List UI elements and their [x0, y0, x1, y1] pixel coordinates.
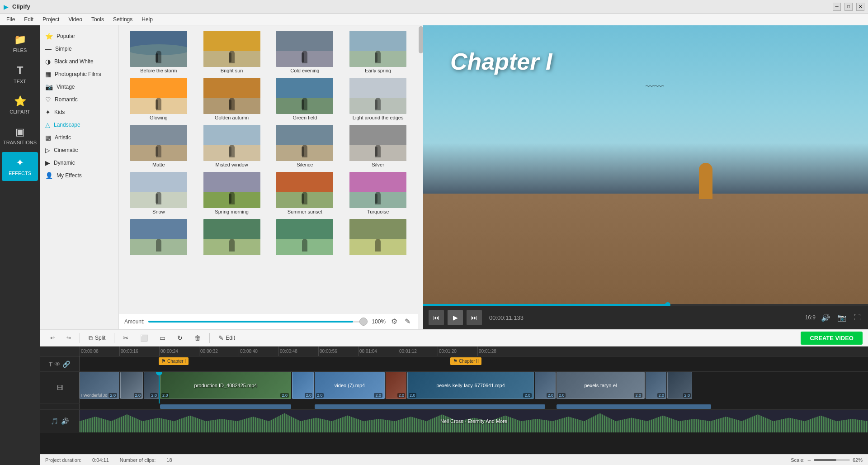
effect-glowing[interactable]: Glowing [123, 76, 195, 122]
effect-bright-sun[interactable]: Bright sun [196, 29, 268, 75]
effect-silence[interactable]: Silence [269, 123, 341, 169]
restore-button[interactable]: □ [844, 3, 853, 11]
preview-landscape [423, 194, 868, 306]
category-photo[interactable]: ▦ Photographic Films [40, 68, 118, 81]
clip-sky-small[interactable]: 2.0 [292, 372, 314, 399]
amount-slider-thumb[interactable] [359, 318, 368, 326]
undo-button[interactable]: ↩ [45, 332, 60, 343]
category-myeffects[interactable]: 👤 My Effects [40, 169, 118, 182]
effect-golden-autumn[interactable]: Golden autumn [196, 76, 268, 122]
amount-settings-btn[interactable]: ⚙ [389, 316, 399, 327]
menu-help[interactable]: Help [137, 15, 157, 24]
title-track-eye-icon[interactable]: 👁 [54, 361, 61, 368]
scale-minus-btn[interactable]: − [807, 456, 811, 464]
svg-rect-39 [156, 194, 158, 204]
title-track-link-icon[interactable]: 🔗 [62, 361, 70, 368]
sidebar-item-files[interactable]: 📁 FILES [2, 29, 38, 58]
effect-summer-sunset[interactable]: Summer sunset [269, 170, 341, 216]
audio-mute-icon[interactable]: 🔊 [61, 418, 69, 425]
menu-edit[interactable]: Edit [19, 15, 38, 24]
category-landscape[interactable]: △ Landscape [40, 119, 118, 131]
category-simple[interactable]: — Simple [40, 43, 118, 55]
clip-small-end1[interactable]: 2.0 [535, 372, 556, 399]
effect-silver[interactable]: Silver [342, 123, 414, 169]
screenshot-icon[interactable]: 📷 [835, 312, 848, 324]
clip-pexels-kelly[interactable]: pexels-kelly-lacy-6770641.mp4 2.0 2.0 [407, 372, 534, 399]
effect-label-summer-sunset: Summer sunset [288, 209, 322, 214]
title-track-text-icon[interactable]: T [49, 361, 53, 368]
category-bw[interactable]: ◑ Black and White [40, 55, 118, 68]
playhead[interactable] [159, 372, 160, 403]
clip-sunset-small[interactable]: 2.0 [386, 372, 406, 399]
amount-reset-btn[interactable]: ✎ [403, 316, 412, 327]
effect-matte[interactable]: Matte [123, 123, 195, 169]
effects-scrollbar[interactable] [418, 25, 423, 329]
menu-project[interactable]: Project [38, 15, 64, 24]
prev-frame-button[interactable]: ⏮ [429, 310, 444, 325]
effect-light-edges[interactable]: Light around the edges [342, 76, 414, 122]
effect-green-field[interactable]: Green field [269, 76, 341, 122]
menu-file[interactable]: File [2, 15, 19, 24]
effect-before-storm[interactable]: Before the storm [123, 29, 195, 75]
svg-rect-33 [302, 147, 304, 157]
split-button[interactable]: ⧉ Split [84, 332, 110, 344]
clip-production[interactable]: production ID_4082425.mp4 2.0 2.0 [160, 372, 291, 399]
clip-small-end3[interactable]: 2.0 [667, 372, 692, 399]
effect-row5d[interactable] [342, 217, 414, 258]
effect-early-spring[interactable]: Early spring [342, 29, 414, 75]
effect-misted[interactable]: Misted window [196, 123, 268, 169]
close-button[interactable]: ✕ [856, 3, 864, 11]
category-cinematic[interactable]: ▷ Cinematic [40, 144, 118, 157]
category-vintage[interactable]: 📷 Vintage [40, 81, 118, 93]
menu-tools[interactable]: Tools [87, 15, 108, 24]
redo-button[interactable]: ↪ [61, 332, 76, 343]
menu-settings[interactable]: Settings [108, 15, 137, 24]
clip-2[interactable]: 2.0 [120, 372, 143, 399]
effect-turquoise[interactable]: Turquoise [342, 170, 414, 216]
amount-slider[interactable] [148, 321, 364, 323]
trim-button[interactable]: ⬜ [135, 332, 153, 344]
sidebar-item-effects[interactable]: ✦ EFFECTS [2, 152, 38, 181]
scrollbar-thumb[interactable] [419, 26, 423, 53]
category-popular[interactable]: ⭐ Popular [40, 30, 118, 43]
effect-row5a[interactable] [123, 217, 195, 258]
chapter-1-marker[interactable]: ⚑ Chapter I [159, 357, 189, 365]
pan-button[interactable]: ▭ [155, 332, 170, 344]
effect-row5c[interactable] [269, 217, 341, 258]
effect-snow[interactable]: Snow [123, 170, 195, 216]
title-bar: ▶ Clipify ─ □ ✕ [0, 0, 868, 14]
clip-pexels-taryn[interactable]: pexels-taryn-el 2.0 2.0 [557, 372, 645, 399]
clip-1[interactable]: r Wonderful Jo 2.0 [80, 372, 119, 399]
volume-icon[interactable]: 🔊 [819, 312, 832, 324]
effect-cold-evening[interactable]: Cold evening [269, 29, 341, 75]
effect-row5b[interactable] [196, 217, 268, 258]
preview-birds: 〰〰 [646, 81, 664, 92]
minimize-button[interactable]: ─ [833, 3, 841, 11]
scale-slider[interactable] [814, 459, 850, 461]
chapter-2-marker[interactable]: ⚑ Chapter II [450, 357, 481, 365]
category-dynamic[interactable]: ▶ Dynamic [40, 157, 118, 169]
create-video-button[interactable]: CREATE VIDEO [801, 332, 863, 345]
video-track-icon[interactable]: 🎞 [57, 384, 63, 391]
menu-video[interactable]: Video [64, 15, 86, 24]
category-kids[interactable]: ✦ Kids [40, 106, 118, 119]
fullscreen-icon[interactable]: ⛶ [852, 312, 863, 323]
sidebar-item-text[interactable]: T TEXT [2, 60, 38, 89]
edit-button[interactable]: ✎ Edit [213, 332, 240, 344]
category-artistic[interactable]: ▩ Artistic [40, 131, 118, 144]
clip-small-end2[interactable]: 2.0 [646, 372, 666, 399]
next-frame-button[interactable]: ⏭ [467, 310, 482, 325]
rotate-button[interactable]: ↻ [172, 332, 188, 344]
play-button[interactable]: ▶ [448, 310, 463, 325]
audio-track-content[interactable]: Neil Cross - Eternity And More [80, 410, 868, 432]
sidebar-item-clipart[interactable]: ⭐ CLIPART [2, 90, 38, 119]
video-track-content[interactable]: r Wonderful Jo 2.0 2.0 2.0 [80, 372, 868, 403]
delete-button[interactable]: 🗑 [189, 332, 206, 344]
audio-icon[interactable]: 🎵 [51, 418, 58, 425]
category-romantic[interactable]: ♡ Romantic [40, 93, 118, 106]
effect-spring-morning[interactable]: Spring morning [196, 170, 268, 216]
cut-button[interactable]: ✂ [118, 332, 133, 344]
clip-3[interactable]: 2.0 [144, 372, 159, 399]
sidebar-item-transitions[interactable]: ▣ TRANSITIONS [2, 121, 38, 150]
clip-video7[interactable]: video (7).mp4 2.0 2.0 [315, 372, 385, 399]
